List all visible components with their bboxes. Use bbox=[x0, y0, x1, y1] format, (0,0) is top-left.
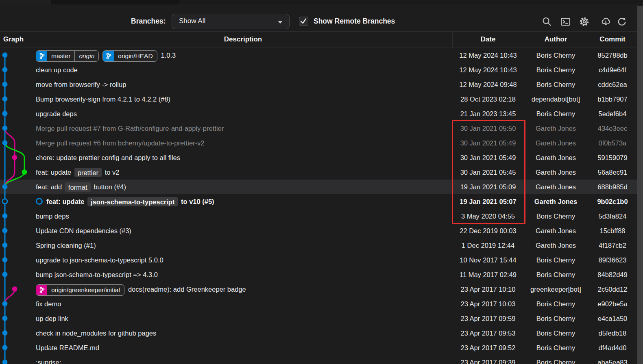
commit-description: :suprise: bbox=[36, 355, 452, 364]
commit-hash: c4d9e64f bbox=[588, 63, 637, 77]
commit-hash: 15cbff88 bbox=[588, 223, 637, 238]
commit-hash: 84b82d49 bbox=[588, 267, 637, 282]
commit-row[interactable]: Update README.md23 Apr 2017 09:52Boris C… bbox=[0, 340, 643, 355]
commit-description: feat: add format button (#4) bbox=[36, 180, 452, 194]
commit-date: 30 Jan 2021 05:49 bbox=[452, 136, 524, 150]
commit-row[interactable]: feat: add format button (#4)19 Jan 2021 … bbox=[0, 180, 643, 194]
commit-row[interactable]: Merge pull request #7 from G-Rath/config… bbox=[0, 121, 643, 136]
commit-description: feat: update prettier to v2 bbox=[36, 165, 452, 180]
commit-author: Gareth Jones bbox=[524, 165, 588, 180]
commit-row[interactable]: Update CDN dependencies (#3)22 Dec 2019 … bbox=[0, 223, 643, 238]
commit-description: up dep link bbox=[36, 311, 452, 326]
graph-commit-dot bbox=[2, 330, 8, 336]
commit-date: 19 Jan 2021 05:07 bbox=[452, 194, 524, 209]
commit-hash: 0f0b573a bbox=[588, 136, 637, 150]
branches-dropdown[interactable]: Show All bbox=[172, 14, 290, 29]
branch-badge[interactable]: origin/HEAD bbox=[102, 50, 157, 62]
commit-author: Gareth Jones bbox=[524, 136, 588, 150]
message-text: fix demo bbox=[36, 300, 61, 308]
commit-row[interactable]: Merge pull request #6 from bcherny/updat… bbox=[0, 136, 643, 150]
commit-description: upgrade to json-schema-to-typescript 5.0… bbox=[36, 253, 452, 267]
branches-label: Branches: bbox=[131, 17, 166, 26]
commit-row[interactable]: feat: update json-schema-to-typescript t… bbox=[0, 194, 643, 209]
commit-row[interactable]: clean up code12 May 2024 10:43Boris Cher… bbox=[0, 63, 643, 77]
graph-commit-dot bbox=[2, 67, 8, 72]
branch-name: origin/greenkeeper/initial bbox=[47, 285, 124, 295]
commit-hash: 4f187cb2 bbox=[588, 238, 637, 253]
graph-commit-dot bbox=[22, 169, 27, 175]
commit-row[interactable]: origin/greenkeeper/initialdocs(readme): … bbox=[0, 282, 643, 297]
commit-hash: 9b02c1b0 bbox=[588, 194, 637, 209]
commit-row[interactable]: upgrade deps21 Jan 2023 13:45Boris Chern… bbox=[0, 106, 643, 121]
branch-name: master bbox=[47, 51, 74, 61]
graph-commit-dot bbox=[12, 286, 17, 292]
show-remote-branches-label: Show Remote Branches bbox=[314, 17, 395, 26]
commit-row[interactable]: Spring cleaning (#1)1 Dec 2019 12:44Gare… bbox=[0, 238, 643, 253]
commit-row[interactable]: fix demo23 Apr 2017 10:03Boris Chernye90… bbox=[0, 297, 643, 311]
column-divider bbox=[34, 32, 34, 48]
commit-author: Boris Cherny bbox=[524, 63, 588, 77]
commit-date: 12 May 2024 09:48 bbox=[452, 77, 524, 92]
commit-row[interactable]: move from browserify -> rollup12 May 202… bbox=[0, 77, 643, 92]
commit-row[interactable]: masteroriginorigin/HEAD1.0.312 May 2024 … bbox=[0, 48, 643, 63]
commit-date: 19 Jan 2021 05:09 bbox=[452, 180, 524, 194]
terminal-icon[interactable] bbox=[560, 16, 571, 27]
commit-graph bbox=[0, 48, 34, 364]
commit-author: Boris Cherny bbox=[524, 326, 588, 340]
commit-row[interactable]: upgrade to json-schema-to-typescript 5.0… bbox=[0, 253, 643, 267]
refresh-icon[interactable] bbox=[616, 16, 627, 27]
commit-hash: 852788db bbox=[588, 48, 637, 63]
search-icon[interactable] bbox=[541, 16, 552, 27]
inline-code: prettier bbox=[74, 168, 102, 177]
commit-row[interactable]: bump deps3 May 2020 04:55Boris Cherny5d3… bbox=[0, 209, 643, 223]
commit-date: 22 Dec 2019 00:03 bbox=[452, 223, 524, 238]
graph-commit-dot bbox=[2, 96, 8, 102]
column-header-date: Date bbox=[452, 35, 524, 43]
commit-description: clean up code bbox=[36, 63, 452, 77]
message-text: to v2 bbox=[103, 169, 119, 176]
commit-row[interactable]: feat: update prettier to v230 Jan 2021 0… bbox=[0, 165, 643, 180]
commit-row[interactable]: Bump browserify-sign from 4.2.1 to 4.2.2… bbox=[0, 92, 643, 106]
commit-row[interactable]: chore: update prettier config and apply … bbox=[0, 150, 643, 165]
scrollbar-thumb[interactable] bbox=[637, 6, 643, 364]
graph-commit-dot bbox=[2, 140, 8, 145]
message-text: chore: update prettier config and apply … bbox=[36, 154, 180, 161]
commit-date: 30 Jan 2021 05:45 bbox=[452, 165, 524, 180]
commit-hash: 59159079 bbox=[588, 150, 637, 165]
show-remote-branches-checkbox[interactable] bbox=[299, 17, 308, 26]
git-branch-icon bbox=[36, 285, 47, 295]
commit-description: feat: update json-schema-to-typescript t… bbox=[36, 194, 452, 209]
commit-date: 23 Apr 2017 09:59 bbox=[452, 311, 524, 326]
commit-date: 12 May 2024 10:43 bbox=[452, 48, 524, 63]
settings-icon[interactable] bbox=[579, 16, 590, 27]
commit-hash: df4ad4d0 bbox=[588, 340, 637, 355]
message-text: check in node_modules for github pages bbox=[36, 329, 156, 337]
message-text: bump deps bbox=[36, 212, 69, 220]
branches-dropdown-value: Show All bbox=[179, 17, 205, 25]
graph-commit-dot bbox=[2, 126, 8, 131]
message-text: feat: add bbox=[36, 183, 64, 191]
message-text: up dep link bbox=[36, 315, 68, 322]
graph-commit-dot bbox=[2, 52, 8, 58]
graph-commit-dot bbox=[2, 345, 8, 350]
fetch-icon[interactable] bbox=[600, 16, 611, 27]
commit-row[interactable]: check in node_modules for github pages23… bbox=[0, 326, 643, 340]
chevron-down-icon bbox=[278, 21, 283, 24]
commit-author: Gareth Jones bbox=[524, 223, 588, 238]
commit-date: 23 Apr 2017 09:52 bbox=[452, 340, 524, 355]
git-branch-icon bbox=[36, 51, 47, 61]
column-divider bbox=[524, 32, 524, 48]
commit-row[interactable]: up dep link23 Apr 2017 09:59Boris Cherny… bbox=[0, 311, 643, 326]
commit-author: dependabot[bot] bbox=[524, 92, 588, 106]
commit-date: 12 May 2024 10:43 bbox=[452, 63, 524, 77]
branch-badge[interactable]: origin/greenkeeper/initial bbox=[36, 284, 124, 296]
commit-description: bump deps bbox=[36, 209, 452, 223]
head-indicator-icon bbox=[36, 198, 43, 205]
commit-row[interactable]: :suprise:23 Apr 2017 09:39Boris Chernyab… bbox=[0, 355, 643, 364]
message-text: Merge pull request #7 from G-Rath/config… bbox=[36, 125, 224, 132]
message-text: Update README.md bbox=[36, 344, 99, 351]
column-divider bbox=[452, 32, 453, 48]
branch-name: origin/HEAD bbox=[114, 51, 157, 61]
branch-badge[interactable]: masterorigin bbox=[36, 50, 99, 62]
commit-row[interactable]: bump json-schema-to-typescript => 4.3.01… bbox=[0, 267, 643, 282]
